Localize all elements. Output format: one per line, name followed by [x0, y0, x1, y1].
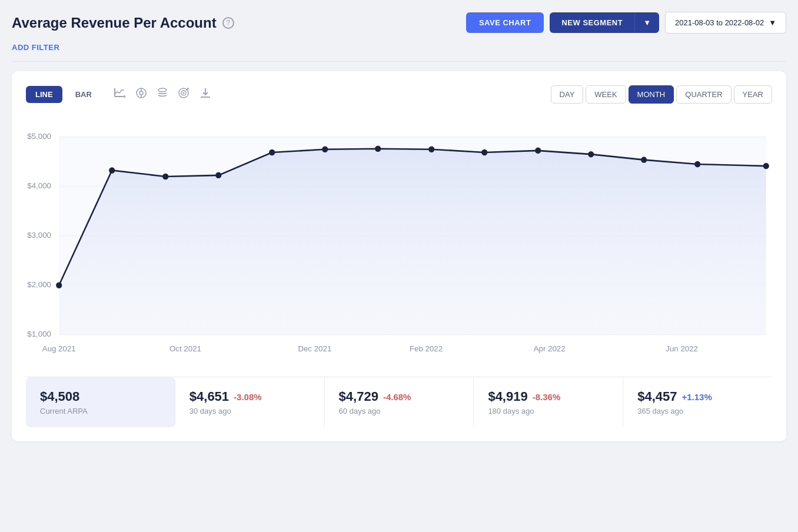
chart-toolbar: LINE BAR — [26, 85, 772, 104]
stat-30d: $4,651 -3.08% 30 days ago — [175, 377, 325, 427]
stat-30d-value: $4,651 -3.08% — [189, 389, 310, 404]
stat-180d-amount: $4,919 — [488, 389, 527, 404]
svg-point-39 — [694, 161, 700, 168]
period-week-button[interactable]: WEEK — [586, 85, 626, 104]
svg-point-32 — [322, 147, 328, 153]
header-divider — [12, 61, 786, 62]
layers-icon[interactable] — [157, 87, 168, 102]
stat-180d-label: 180 days ago — [488, 407, 609, 415]
svg-text:Jun 2022: Jun 2022 — [666, 344, 698, 353]
add-filter[interactable]: ADD FILTER — [12, 43, 786, 52]
help-icon[interactable]: ? — [222, 17, 234, 29]
stat-60d-label: 60 days ago — [339, 407, 460, 415]
svg-point-29 — [162, 174, 168, 180]
svg-text:$4,000: $4,000 — [27, 181, 51, 190]
svg-point-35 — [481, 149, 487, 156]
title-area: Average Revenue Per Account ? — [12, 15, 234, 31]
stat-30d-label: 30 days ago — [189, 407, 310, 415]
stat-60d-amount: $4,729 — [339, 389, 378, 404]
svg-point-27 — [56, 282, 62, 289]
page-title: Average Revenue Per Account — [12, 15, 217, 31]
svg-text:Dec 2021: Dec 2021 — [298, 344, 331, 353]
chart-type-group: LINE BAR — [26, 86, 212, 103]
svg-text:$5,000: $5,000 — [27, 132, 51, 141]
download-icon[interactable] — [199, 87, 212, 102]
stat-current-label: Current ARPA — [40, 407, 161, 415]
chart-card: LINE BAR — [12, 71, 786, 441]
svg-point-31 — [269, 149, 275, 156]
stat-60d: $4,729 -4.68% 60 days ago — [325, 377, 474, 427]
chart-area: $5,000 $4,000 $3,000 $2,000 $1,000 — [26, 115, 772, 363]
stat-365d-amount: $4,457 — [637, 389, 677, 404]
stat-current-amount: $4,508 — [40, 389, 79, 404]
stat-30d-amount: $4,651 — [189, 389, 229, 404]
svg-point-34 — [428, 147, 434, 153]
stat-365d: $4,457 +1.13% 365 days ago — [623, 377, 772, 427]
period-month-button[interactable]: MONTH — [629, 85, 674, 104]
svg-point-30 — [215, 172, 221, 179]
header-row: Average Revenue Per Account ? SAVE CHART… — [12, 12, 786, 34]
stat-60d-change: -4.68% — [383, 392, 411, 402]
svg-point-38 — [641, 157, 647, 163]
stat-180d: $4,919 -8.36% 180 days ago — [474, 377, 623, 427]
stat-60d-value: $4,729 -4.68% — [339, 389, 460, 404]
period-year-button[interactable]: YEAR — [734, 85, 772, 104]
period-day-button[interactable]: DAY — [551, 85, 584, 104]
date-range-button[interactable]: 2021-08-03 to 2022-08-02 ▼ — [665, 12, 786, 34]
target-icon[interactable] — [178, 87, 189, 102]
svg-point-8 — [158, 88, 167, 92]
svg-point-36 — [535, 148, 541, 154]
svg-text:$2,000: $2,000 — [27, 280, 51, 289]
stat-365d-value: $4,457 +1.13% — [637, 389, 758, 404]
svg-line-3 — [124, 97, 125, 98]
settings-icon[interactable] — [135, 87, 147, 102]
period-quarter-button[interactable]: QUARTER — [676, 85, 731, 104]
segment-dropdown-button[interactable]: ▼ — [634, 12, 659, 33]
chart-svg: $5,000 $4,000 $3,000 $2,000 $1,000 — [26, 115, 772, 363]
axis-icon[interactable] — [113, 87, 126, 102]
new-segment-button[interactable]: NEW SEGMENT — [550, 12, 634, 33]
chart-icons — [113, 87, 212, 102]
stat-180d-change: -8.36% — [533, 392, 561, 402]
svg-text:Oct 2021: Oct 2021 — [169, 344, 201, 353]
save-chart-button[interactable]: SAVE CHART — [466, 12, 544, 33]
svg-point-28 — [109, 167, 115, 174]
chart-type-line-button[interactable]: LINE — [26, 86, 62, 103]
stat-180d-value: $4,919 -8.36% — [488, 389, 609, 404]
header-actions: SAVE CHART NEW SEGMENT ▼ 2021-08-03 to 2… — [466, 12, 786, 34]
stats-row: $4,508 Current ARPA $4,651 -3.08% 30 day… — [26, 377, 772, 427]
svg-point-11 — [182, 92, 184, 94]
stat-current: $4,508 Current ARPA — [26, 377, 175, 427]
time-period-group: DAY WEEK MONTH QUARTER YEAR — [551, 85, 772, 104]
date-range-chevron: ▼ — [769, 18, 776, 27]
svg-point-40 — [763, 163, 769, 169]
svg-text:Apr 2022: Apr 2022 — [534, 344, 566, 353]
svg-point-33 — [375, 145, 381, 152]
stat-365d-label: 365 days ago — [637, 407, 758, 415]
new-segment-group: NEW SEGMENT ▼ — [550, 12, 659, 33]
chart-type-bar-button[interactable]: BAR — [66, 86, 101, 103]
date-range-label: 2021-08-03 to 2022-08-02 — [675, 18, 764, 27]
stat-current-value: $4,508 — [40, 389, 161, 404]
svg-point-37 — [588, 151, 594, 158]
svg-text:Aug 2021: Aug 2021 — [42, 344, 76, 353]
svg-text:$1,000: $1,000 — [27, 330, 51, 338]
svg-text:$3,000: $3,000 — [27, 231, 51, 240]
svg-point-5 — [139, 91, 143, 95]
svg-line-2 — [124, 95, 125, 97]
stat-30d-change: -3.08% — [234, 392, 262, 402]
main-container: Average Revenue Per Account ? SAVE CHART… — [12, 12, 786, 441]
svg-text:Feb 2022: Feb 2022 — [410, 344, 443, 353]
stat-365d-change: +1.13% — [681, 392, 711, 402]
